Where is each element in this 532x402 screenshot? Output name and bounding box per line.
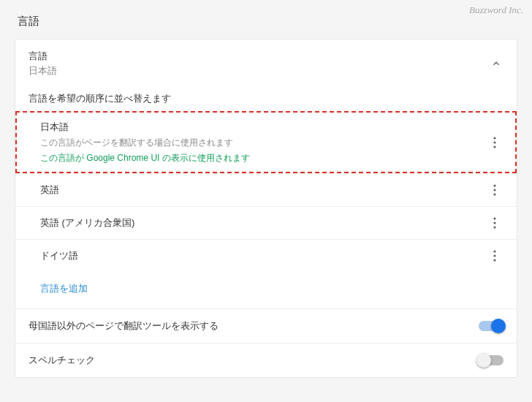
card-subtitle: 日本語 bbox=[28, 64, 489, 77]
more-vert-icon bbox=[493, 137, 496, 148]
svg-point-6 bbox=[493, 217, 495, 219]
svg-point-11 bbox=[493, 259, 495, 261]
language-row-german: ドイツ語 bbox=[15, 239, 517, 272]
svg-point-3 bbox=[493, 184, 495, 186]
watermark-text: Buzzword Inc. bbox=[469, 4, 523, 16]
language-name: ドイツ語 bbox=[40, 249, 486, 262]
language-description: この言語がページを翻訳する場合に使用されます bbox=[40, 137, 486, 149]
language-name: 日本語 bbox=[40, 121, 486, 134]
chevron-up-icon bbox=[489, 56, 503, 71]
card-title: 言語 bbox=[28, 50, 489, 63]
svg-point-10 bbox=[493, 254, 495, 257]
spellcheck-row: スペルチェック bbox=[15, 343, 517, 377]
sort-instruction: 言語を希望の順序に並べ替えます bbox=[15, 88, 517, 111]
language-more-button[interactable] bbox=[486, 134, 503, 151]
svg-point-8 bbox=[493, 226, 495, 228]
more-vert-icon bbox=[493, 217, 496, 229]
svg-point-9 bbox=[493, 250, 495, 252]
svg-point-1 bbox=[493, 141, 495, 143]
more-vert-icon bbox=[493, 250, 496, 262]
add-language-link[interactable]: 言語を追加 bbox=[40, 283, 88, 294]
languages-card-header[interactable]: 言語 日本語 bbox=[15, 39, 517, 88]
svg-point-4 bbox=[493, 189, 495, 191]
svg-point-2 bbox=[493, 145, 495, 148]
translate-prompt-label: 母国語以外のページで翻訳ツールを表示する bbox=[28, 319, 479, 333]
language-row-english-us: 英語 (アメリカ合衆国) bbox=[15, 206, 517, 239]
language-name: 英語 (アメリカ合衆国) bbox=[40, 216, 486, 230]
translate-prompt-row: 母国語以外のページで翻訳ツールを表示する bbox=[15, 308, 517, 343]
svg-point-0 bbox=[493, 137, 495, 139]
spellcheck-label: スペルチェック bbox=[28, 354, 479, 367]
language-name: 英語 bbox=[40, 183, 486, 197]
more-vert-icon bbox=[493, 184, 496, 196]
spellcheck-toggle[interactable] bbox=[479, 355, 503, 365]
language-more-button[interactable] bbox=[486, 181, 503, 199]
language-more-button[interactable] bbox=[486, 247, 503, 265]
page-title: 言語 bbox=[0, 0, 532, 39]
language-list: 日本語 この言語がページを翻訳する場合に使用されます この言語が Google … bbox=[15, 111, 517, 272]
language-more-button[interactable] bbox=[486, 214, 503, 232]
language-row-english: 英語 bbox=[15, 173, 517, 206]
languages-card: 言語 日本語 言語を希望の順序に並べ替えます 日本語 この言語がページを翻訳する… bbox=[15, 39, 517, 378]
translate-prompt-toggle[interactable] bbox=[479, 321, 503, 331]
svg-point-7 bbox=[493, 221, 495, 224]
language-row-japanese: 日本語 この言語がページを翻訳する場合に使用されます この言語が Google … bbox=[15, 111, 517, 173]
svg-point-5 bbox=[493, 193, 495, 195]
language-active-note: この言語が Google Chrome UI の表示に使用されます bbox=[40, 152, 486, 164]
